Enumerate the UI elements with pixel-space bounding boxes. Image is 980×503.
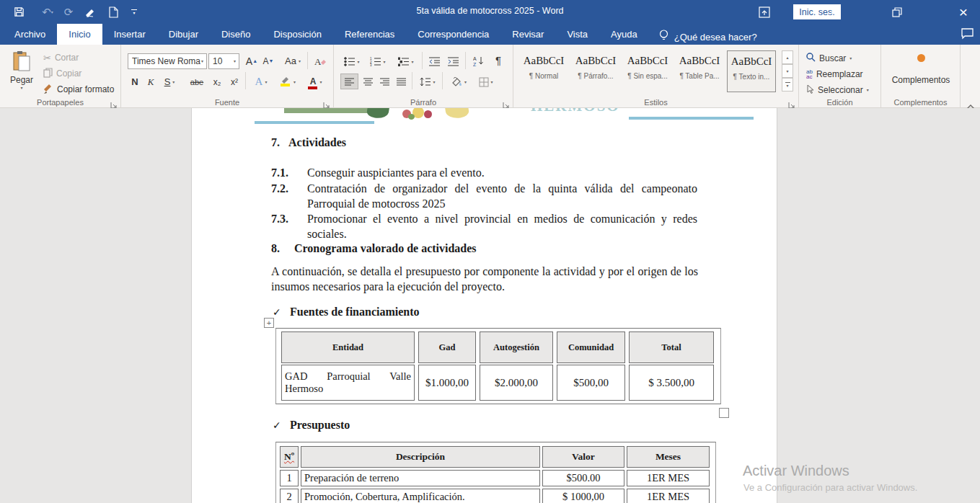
table-row: Nº Descripción Valor Meses bbox=[280, 446, 710, 468]
parrafo-dialog-launcher-icon[interactable] bbox=[503, 99, 510, 106]
item-7-1-number: 7.1. bbox=[271, 165, 288, 180]
align-left-button[interactable] bbox=[340, 74, 358, 89]
document-page[interactable]: HERMOSO 7. Actividades 7.1. Conseguir au… bbox=[191, 108, 777, 503]
tab-disposicion[interactable]: Disposición bbox=[262, 24, 332, 45]
clear-formatting-icon[interactable]: A bbox=[312, 53, 329, 69]
tab-dibujar[interactable]: Dibujar bbox=[157, 24, 210, 45]
tab-revisar[interactable]: Revisar bbox=[500, 24, 555, 45]
ribbon: Pegar ▾ ✂ Cortar Copiar Copiar formato P… bbox=[0, 45, 980, 108]
tell-me-box[interactable]: ¿Qué desea hacer? bbox=[659, 30, 757, 45]
line-spacing-button[interactable]: ▾ bbox=[416, 74, 439, 90]
italic-button[interactable]: K bbox=[144, 74, 158, 90]
copy-button[interactable]: Copiar bbox=[43, 66, 81, 81]
funding-cell-total: $ 3.500,00 bbox=[629, 365, 714, 401]
borders-button[interactable]: ▾ bbox=[474, 74, 498, 90]
increase-indent-icon[interactable] bbox=[445, 53, 462, 70]
close-button[interactable]: × bbox=[947, 0, 980, 24]
show-marks-button[interactable]: ¶ bbox=[491, 52, 506, 68]
style-sin-espaciado[interactable]: AaBbCcI ¶ Sin espa... bbox=[623, 50, 672, 92]
svg-text:A: A bbox=[314, 56, 322, 67]
group-complementos: Complementos Complementos bbox=[881, 45, 961, 108]
addins-button[interactable]: Complementos bbox=[881, 52, 961, 85]
funding-table[interactable]: Entidad Gad Autogestión Comunidad Total … bbox=[275, 328, 721, 404]
tab-diseno[interactable]: Diseño bbox=[210, 24, 262, 45]
budget-cell-r1-desc: Preparación de terreno bbox=[301, 470, 540, 486]
bullets-button[interactable]: ▾ bbox=[341, 53, 363, 70]
feedback-icon[interactable] bbox=[961, 27, 974, 43]
fuente-dialog-launcher-icon[interactable] bbox=[323, 99, 330, 106]
intro-paragraph: A continuación, se detalla el presupuest… bbox=[271, 264, 698, 294]
group-parrafo: ▾ 123 ▾ ▾ AZ ¶ bbox=[334, 45, 513, 108]
align-center-button[interactable] bbox=[361, 74, 376, 89]
font-color-button[interactable]: A ▾ bbox=[303, 74, 327, 90]
activate-windows-subtext: Ve a Configuración para activar Windows. bbox=[743, 482, 917, 493]
funding-header-comunidad: Comunidad bbox=[557, 331, 625, 363]
tab-archivo[interactable]: Archivo bbox=[3, 24, 57, 45]
paste-button[interactable]: Pegar ▾ bbox=[6, 49, 37, 95]
budget-check-bullet: ✓ bbox=[273, 418, 281, 433]
minimize-button[interactable]: — bbox=[814, 0, 847, 24]
shading-button[interactable]: ▾ bbox=[446, 74, 471, 90]
highlight-color-button[interactable]: ▾ bbox=[275, 74, 300, 90]
style-normal[interactable]: AaBbCcI ¶ Normal bbox=[519, 50, 568, 92]
funding-cell-gad: $1.000,00 bbox=[418, 365, 476, 401]
budget-cell-r1-no: 1 bbox=[280, 470, 299, 486]
font-size-combobox[interactable]: 10 ▾ bbox=[208, 53, 239, 69]
budget-table[interactable]: Nº Descripción Valor Meses 1 Preparación… bbox=[275, 442, 716, 503]
change-case-button[interactable]: Aa▾ bbox=[281, 53, 304, 69]
search-icon bbox=[806, 53, 816, 64]
numbering-button[interactable]: 123 ▾ bbox=[366, 53, 390, 70]
style-parrafo[interactable]: AaBbCcI ¶ Párrafo... bbox=[571, 50, 620, 92]
header-crest-leaf-right bbox=[445, 108, 469, 120]
find-button[interactable]: Buscar ▾ bbox=[806, 51, 852, 66]
multilevel-list-button[interactable]: ▾ bbox=[393, 53, 419, 70]
align-right-button[interactable] bbox=[377, 74, 393, 89]
grow-font-button[interactable]: A▲ bbox=[244, 53, 260, 69]
styles-gallery-more-icon[interactable]: ▾ bbox=[782, 78, 793, 92]
portapapeles-dialog-launcher-icon[interactable] bbox=[110, 99, 118, 106]
item-7-2-text: Contratación de organizador del evento d… bbox=[307, 181, 697, 211]
bold-button[interactable]: N bbox=[128, 74, 142, 90]
tab-referencias[interactable]: Referencias bbox=[333, 24, 406, 45]
funding-cell-autogestion: $2.000,00 bbox=[480, 365, 553, 401]
budget-cell-r1-meses: 1ER MES bbox=[627, 470, 710, 486]
cut-button[interactable]: ✂ Cortar bbox=[43, 50, 79, 65]
decrease-indent-icon[interactable] bbox=[426, 53, 443, 70]
style-table-paragraph[interactable]: AaBbCcI ¶ Table Pa... bbox=[675, 50, 724, 92]
styles-scroll-up-icon[interactable]: ▴ bbox=[782, 50, 793, 64]
justify-button[interactable] bbox=[394, 74, 410, 89]
underline-button[interactable]: S▾ bbox=[159, 74, 180, 90]
format-painter-icon bbox=[43, 84, 53, 96]
table-resize-handle[interactable] bbox=[719, 408, 729, 418]
format-painter-button[interactable]: Copiar formato bbox=[43, 82, 114, 97]
group-portapapeles: Pegar ▾ ✂ Cortar Copiar Copiar formato P… bbox=[0, 45, 121, 108]
ribbon-display-options-icon[interactable] bbox=[748, 0, 781, 24]
sort-icon[interactable]: AZ bbox=[469, 53, 487, 69]
tab-insertar[interactable]: Insertar bbox=[102, 24, 157, 45]
table-move-handle-icon[interactable]: + bbox=[264, 318, 274, 328]
style-texto-independiente[interactable]: AaBbCcI ¶ Texto in... bbox=[727, 50, 776, 92]
select-button[interactable]: Seleccionar ▾ bbox=[806, 83, 869, 97]
replace-button[interactable]: abac Reemplazar bbox=[806, 67, 863, 81]
funding-cell-entity: GAD Parroquial Valle Hermoso bbox=[281, 365, 415, 401]
funding-heading: Fuentes de financiamiento bbox=[290, 304, 420, 319]
item-7-3-text: Promocionar el evento a nivel provincial… bbox=[307, 211, 697, 241]
font-name-combobox[interactable]: Times New Roma ▾ bbox=[128, 53, 207, 69]
subscript-button[interactable]: x₂ bbox=[209, 74, 225, 90]
heading-8-number: 8. bbox=[271, 241, 280, 256]
budget-cell-r2-desc: Promoción, Cobertura, Amplificación. bbox=[301, 489, 540, 503]
strikethrough-button[interactable]: abe bbox=[186, 74, 208, 90]
tab-inicio[interactable]: Inicio bbox=[57, 24, 102, 45]
superscript-button[interactable]: x² bbox=[226, 74, 242, 90]
text-effects-button[interactable]: A ▾ bbox=[250, 74, 273, 90]
shrink-font-button[interactable]: A▼ bbox=[260, 53, 276, 69]
header-blue-line-right bbox=[629, 117, 754, 120]
restore-button[interactable] bbox=[880, 0, 914, 24]
budget-header-meses: Meses bbox=[627, 446, 710, 468]
tab-correspondencia[interactable]: Correspondencia bbox=[406, 24, 500, 45]
styles-scroll-down-icon[interactable]: ▾ bbox=[782, 64, 793, 78]
estilos-dialog-launcher-icon[interactable] bbox=[788, 99, 795, 106]
tab-ayuda[interactable]: Ayuda bbox=[599, 24, 649, 45]
document-area[interactable]: HERMOSO 7. Actividades 7.1. Conseguir au… bbox=[0, 108, 980, 503]
tab-vista[interactable]: Vista bbox=[555, 24, 599, 45]
